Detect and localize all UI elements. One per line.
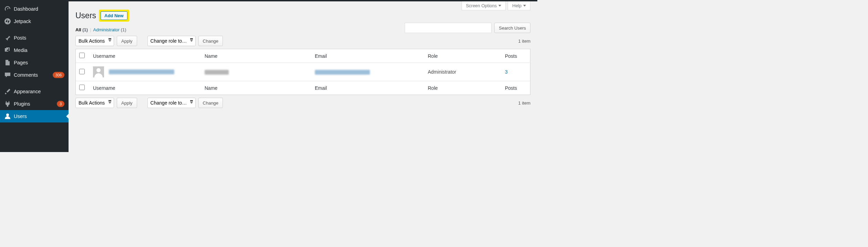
posts-link[interactable]: 3 [505, 69, 508, 75]
sidebar-item-comments[interactable]: Comments 306 [0, 69, 69, 81]
user-email[interactable] [315, 70, 370, 75]
sidebar-item-label: Pages [14, 60, 64, 65]
col-posts: Posts [502, 49, 530, 63]
user-icon [4, 113, 11, 120]
screen-meta: Screen Options Help [462, 1, 530, 10]
jetpack-icon [4, 18, 11, 25]
sidebar-item-label: Users [14, 114, 64, 119]
plugins-count-badge: 3 [57, 101, 64, 107]
gauge-icon [4, 6, 11, 12]
sidebar-item-label: Comments [14, 72, 51, 78]
change-role-select[interactable]: Change role to… [147, 98, 196, 108]
comment-icon [4, 72, 11, 78]
col-name: Name [201, 49, 311, 63]
col-name: Name [201, 81, 311, 95]
sidebar-item-posts[interactable]: Posts [0, 32, 69, 44]
add-new-button[interactable]: Add New [101, 11, 127, 20]
sidebar-item-label: Media [14, 47, 64, 53]
filter-all[interactable]: All (1) [75, 27, 88, 32]
sidebar-item-label: Plugins [14, 101, 55, 107]
svg-point-1 [6, 114, 9, 116]
apply-button[interactable]: Apply [117, 36, 137, 46]
sidebar-item-users[interactable]: Users [0, 110, 69, 122]
svg-point-0 [4, 18, 11, 24]
brush-icon [4, 88, 11, 95]
main-content: Screen Options Help Users Add New All (1… [69, 0, 537, 152]
bulk-actions-select[interactable]: Bulk Actions [75, 98, 114, 108]
users-table: Username Name Email Role Posts [75, 49, 530, 95]
user-role: Administrator [424, 63, 502, 81]
items-count: 1 item [518, 39, 530, 44]
items-count: 1 item [518, 100, 530, 106]
page-heading: Users Add New [75, 10, 530, 22]
admin-sidebar: Dashboard Jetpack Posts Media Pages Comm… [0, 0, 69, 152]
search-button[interactable]: Search Users [494, 23, 530, 33]
screen-options-tab[interactable]: Screen Options [462, 1, 506, 10]
help-tab[interactable]: Help [508, 1, 530, 10]
sidebar-item-label: Dashboard [14, 6, 64, 12]
media-icon [4, 47, 11, 54]
col-email[interactable]: Email [311, 49, 424, 63]
page-icon [4, 59, 11, 66]
plug-icon [4, 100, 11, 107]
username-link[interactable] [109, 69, 174, 74]
change-button[interactable]: Change [198, 36, 223, 46]
col-username[interactable]: Username [90, 81, 201, 95]
page-title: Users [75, 11, 96, 20]
user-name [205, 70, 229, 75]
search-box: Search Users [405, 23, 530, 33]
row-checkbox[interactable] [79, 69, 85, 74]
sidebar-item-plugins[interactable]: Plugins 3 [0, 98, 69, 110]
tablenav-bottom: Bulk Actions Apply Change role to… Chang… [75, 98, 530, 108]
tablenav-top: Bulk Actions Apply Change role to… Chang… [75, 36, 530, 46]
select-all-checkbox[interactable] [79, 85, 85, 90]
sidebar-item-label: Posts [14, 35, 64, 41]
table-row: Administrator 3 [76, 63, 530, 81]
screen-options-label: Screen Options [466, 3, 497, 8]
sidebar-item-pages[interactable]: Pages [0, 56, 69, 69]
apply-button[interactable]: Apply [117, 98, 137, 108]
sidebar-item-jetpack[interactable]: Jetpack [0, 15, 69, 28]
pin-icon [4, 34, 11, 41]
avatar [93, 66, 104, 77]
chevron-down-icon [498, 5, 501, 7]
sidebar-item-media[interactable]: Media [0, 44, 69, 56]
search-input[interactable] [405, 23, 492, 33]
sidebar-item-label: Jetpack [14, 19, 64, 24]
add-new-highlight: Add New [99, 10, 129, 22]
bulk-actions-select[interactable]: Bulk Actions [75, 36, 114, 46]
sidebar-item-label: Appearance [14, 89, 64, 94]
help-label: Help [512, 3, 521, 8]
chevron-down-icon [523, 5, 526, 7]
change-role-select[interactable]: Change role to… [147, 36, 196, 46]
filter-administrator[interactable]: Administrator (1) [93, 27, 126, 32]
change-button[interactable]: Change [198, 98, 223, 108]
col-role: Role [424, 49, 502, 63]
col-username[interactable]: Username [90, 49, 201, 63]
col-email[interactable]: Email [311, 81, 424, 95]
sidebar-item-appearance[interactable]: Appearance [0, 85, 69, 98]
col-role: Role [424, 81, 502, 95]
col-posts: Posts [502, 81, 530, 95]
select-all-checkbox[interactable] [79, 53, 85, 58]
sidebar-item-dashboard[interactable]: Dashboard [0, 3, 69, 15]
comments-count-badge: 306 [53, 72, 64, 78]
